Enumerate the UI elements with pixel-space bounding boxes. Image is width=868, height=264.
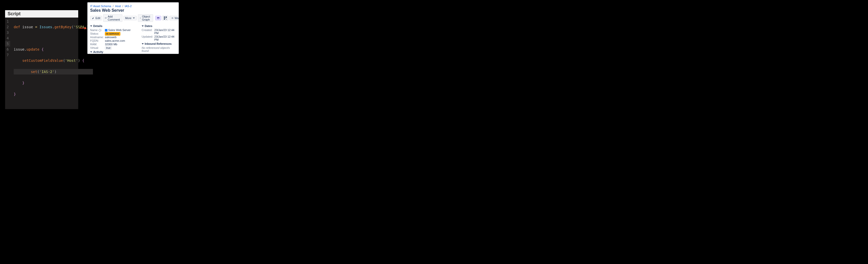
attachments-header[interactable]: Attachments: [142, 53, 176, 54]
toolbar: Edit Add Comment More Object Graph Watch…: [90, 14, 176, 22]
chevron-down-icon: [90, 25, 92, 27]
cube-icon: [105, 29, 107, 31]
svg-rect-7: [164, 18, 165, 20]
chevron-down-icon: [142, 43, 144, 45]
svg-rect-6: [165, 17, 167, 18]
print-icon: [157, 17, 160, 19]
ram-value: 32000 Mb: [105, 43, 117, 46]
breadcrumb-schema[interactable]: IT Asset Schema: [90, 5, 111, 8]
more-button[interactable]: More: [123, 16, 137, 20]
breadcrumb: IT Asset Schema / Host / IAS-2: [90, 5, 176, 8]
print-button[interactable]: [155, 16, 161, 20]
inbound-header[interactable]: Inbound References: [142, 42, 176, 45]
hostname-value: salesweb: [105, 35, 117, 39]
created-value: 23/Jan/23 12:44 PM: [154, 28, 176, 34]
tag-icon: [98, 29, 101, 31]
arrow-icon: [80, 27, 87, 29]
fqdn-value: sales.acme.com: [105, 39, 125, 42]
add-comment-button[interactable]: Add Comment: [103, 14, 122, 22]
qr-icon: [164, 17, 167, 20]
qr-button[interactable]: [162, 16, 168, 21]
chevron-down-icon: [90, 51, 92, 53]
svg-rect-8: [165, 18, 166, 19]
code-block: 1 2 3 4 5 6 7 def issue = Issues.getByKe…: [5, 18, 78, 109]
code-lines: def issue = Issues.getByKey('SSPA-1') is…: [12, 18, 95, 109]
status-badge: IN SERVICE: [105, 32, 120, 35]
object-graph-button[interactable]: Object Graph: [138, 14, 153, 22]
script-panel: Script 1 2 3 4 5 6 7 def issue = Issues.…: [5, 10, 78, 109]
virtual-value: true: [105, 46, 112, 50]
updated-value: 23/Jan/23 12:44 PM: [154, 35, 176, 41]
script-header: Script: [5, 10, 78, 18]
svg-point-2: [141, 18, 141, 19]
pencil-icon: [92, 17, 94, 19]
svg-point-1: [141, 18, 141, 18]
details-header[interactable]: Details: [90, 24, 139, 27]
graph-icon: [140, 17, 141, 19]
chevron-down-icon: [132, 17, 135, 19]
assets-panel: IT Asset Schema / Host / IAS-2 Sales Web…: [87, 2, 179, 54]
comment-icon: [105, 17, 107, 19]
breadcrumb-id[interactable]: IAS-2: [125, 5, 132, 8]
inbound-empty: No referenced object/s found: [142, 46, 176, 52]
chevron-down-icon: [142, 25, 144, 27]
dates-header[interactable]: Dates: [142, 24, 176, 27]
svg-rect-9: [166, 19, 167, 20]
eye-icon: [171, 17, 174, 19]
name-value[interactable]: Sales Web Server: [105, 28, 130, 31]
code-gutter: 1 2 3 4 5 6 7: [5, 18, 12, 109]
breadcrumb-type[interactable]: Host: [115, 5, 121, 8]
svg-point-10: [172, 18, 173, 19]
svg-rect-4: [157, 18, 159, 19]
svg-rect-5: [164, 17, 165, 18]
edit-button[interactable]: Edit: [90, 16, 102, 20]
page-title: Sales Web Server: [90, 8, 176, 13]
activity-header[interactable]: Activity: [90, 50, 139, 53]
watch-button[interactable]: Watch 0: [169, 16, 179, 20]
